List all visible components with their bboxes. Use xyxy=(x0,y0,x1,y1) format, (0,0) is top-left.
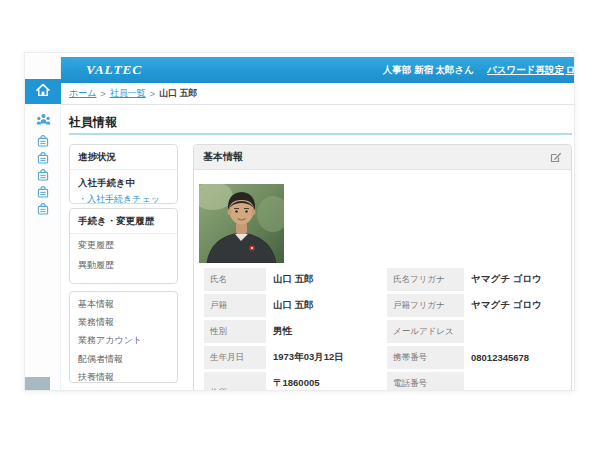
field-label: 住所 xyxy=(204,372,266,391)
clipboard-icon xyxy=(37,133,49,151)
nav-item-work-info[interactable]: 業務情報 xyxy=(70,313,177,331)
field-label: メールアドレス xyxy=(387,320,464,343)
field-value xyxy=(464,372,563,391)
field-label: 戸籍フリガナ xyxy=(387,294,464,317)
field-value: 山口 五郎 xyxy=(266,268,380,291)
basic-info-panel-header: 基本情報 xyxy=(194,145,571,170)
onboarding-check-link[interactable]: ・入社手続きチェック xyxy=(70,190,177,204)
field-value: 08012345678 xyxy=(464,346,563,369)
sidebar-item-procedure-5[interactable] xyxy=(25,201,61,219)
clipboard-icon xyxy=(37,150,49,168)
history-box: 手続き・変更履歴 変更履歴 異動履歴 xyxy=(69,208,178,284)
field-name-kana: 氏名フリガナ ヤマグチ ゴロウ xyxy=(387,268,563,291)
valtec-logo: VALTEC xyxy=(86,62,142,78)
breadcrumb-employee-list[interactable]: 社員一覧 xyxy=(110,87,146,100)
section-nav-box: 基本情報 業務情報 業務アカウント 配偶者情報 扶養情報 xyxy=(69,291,178,383)
breadcrumb: ホーム > 社員一覧 > 山口 五郎 xyxy=(61,83,575,105)
clipboard-icon xyxy=(37,184,49,202)
fields-right-column: 氏名フリガナ ヤマグチ ゴロウ 戸籍フリガナ ヤマグチ ゴロウ メールアドレス … xyxy=(387,268,563,391)
field-gender: 性別 男性 xyxy=(204,320,380,343)
field-label: 性別 xyxy=(204,320,266,343)
top-bar: VALTEC 人事部 新宿 太郎さん パスワード再設定 ログアウト xyxy=(61,57,575,83)
sidebar-item-procedure-1[interactable] xyxy=(25,133,61,151)
basic-info-title: 基本情報 xyxy=(203,150,243,164)
sidebar-item-procedure-4[interactable] xyxy=(25,184,61,202)
field-label: 生年月日 xyxy=(204,346,266,369)
edit-icon[interactable] xyxy=(550,151,562,163)
app-window: VALTEC 人事部 新宿 太郎さん パスワード再設定 ログアウト ホーム > … xyxy=(24,52,575,391)
home-icon xyxy=(35,82,51,102)
history-box-title: 手続き・変更履歴 xyxy=(70,209,177,234)
field-label: 戸籍 xyxy=(204,294,266,317)
menu-item-transfer-history[interactable]: 異動履歴 xyxy=(70,256,177,274)
breadcrumb-separator: > xyxy=(150,89,155,99)
field-label: 氏名 xyxy=(204,268,266,291)
field-label: 携帯番号 xyxy=(387,346,464,369)
sidebar-item-home[interactable] xyxy=(25,79,61,104)
field-value: 男性 xyxy=(266,320,380,343)
people-icon xyxy=(36,113,51,131)
field-registered-name: 戸籍 山口 五郎 xyxy=(204,294,380,317)
sidebar-item-procedure-3[interactable] xyxy=(25,167,61,185)
icon-sidebar xyxy=(25,53,61,390)
nav-item-spouse-info[interactable]: 配偶者情報 xyxy=(70,350,177,368)
field-email: メールアドレス xyxy=(387,320,563,343)
sidebar-scroll-thumb[interactable] xyxy=(25,377,50,391)
field-mobile: 携帯番号 08012345678 xyxy=(387,346,563,369)
logout-link[interactable]: ログアウト xyxy=(565,64,575,77)
field-value xyxy=(464,320,563,343)
employee-photo xyxy=(199,184,284,263)
sidebar-item-employees[interactable] xyxy=(25,113,61,131)
field-value: 1973年03月12日 xyxy=(266,346,380,369)
page-title: 社員情報 xyxy=(69,114,117,131)
field-value: ヤマグチ ゴロウ xyxy=(464,268,563,291)
basic-info-fields: 氏名 山口 五郎 戸籍 山口 五郎 性別 男性 生年月日 1973年03月12日 xyxy=(204,268,563,391)
field-name: 氏名 山口 五郎 xyxy=(204,268,380,291)
field-value: 〒1860005 東京都国立市西 xyxy=(266,372,380,391)
basic-info-panel: 基本情報 xyxy=(193,144,572,391)
field-phone: 電話番号 xyxy=(387,372,563,391)
progress-status: 入社手続き中 xyxy=(70,170,177,190)
progress-box: 進捗状況 入社手続き中 ・入社手続きチェック xyxy=(69,144,178,204)
field-address: 住所 〒1860005 東京都国立市西 xyxy=(204,372,380,391)
progress-box-title: 進捗状況 xyxy=(70,145,177,170)
field-label: 氏名フリガナ xyxy=(387,268,464,291)
logged-in-user: 人事部 新宿 太郎さん xyxy=(383,64,474,77)
breadcrumb-separator: > xyxy=(100,89,105,99)
field-label: 電話番号 xyxy=(387,372,464,391)
postal-code: 〒1860005 xyxy=(273,376,319,389)
clipboard-icon xyxy=(37,167,49,185)
screenshot-stage: VALTEC 人事部 新宿 太郎さん パスワード再設定 ログアウト ホーム > … xyxy=(0,0,600,450)
nav-item-dependent-info[interactable]: 扶養情報 xyxy=(70,369,177,383)
password-reset-link[interactable]: パスワード再設定 xyxy=(487,64,564,77)
field-birthdate: 生年月日 1973年03月12日 xyxy=(204,346,380,369)
address-line: 東京都国立市西 xyxy=(273,389,340,391)
title-divider xyxy=(69,133,572,135)
field-value: 山口 五郎 xyxy=(266,294,380,317)
nav-item-basic-info[interactable]: 基本情報 xyxy=(70,295,177,313)
nav-item-work-account[interactable]: 業務アカウント xyxy=(70,332,177,350)
field-registered-name-kana: 戸籍フリガナ ヤマグチ ゴロウ xyxy=(387,294,563,317)
sidebar-item-procedure-2[interactable] xyxy=(25,150,61,168)
field-value: ヤマグチ ゴロウ xyxy=(464,294,563,317)
fields-left-column: 氏名 山口 五郎 戸籍 山口 五郎 性別 男性 生年月日 1973年03月12日 xyxy=(204,268,380,391)
breadcrumb-home[interactable]: ホーム xyxy=(69,87,96,100)
breadcrumb-current: 山口 五郎 xyxy=(159,87,198,100)
menu-item-change-history[interactable]: 変更履歴 xyxy=(70,236,177,254)
clipboard-icon xyxy=(37,201,49,219)
